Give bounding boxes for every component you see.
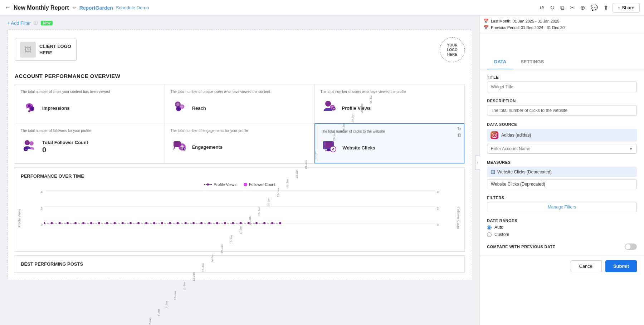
redo-button[interactable]: ↻: [548, 3, 556, 13]
auto-label[interactable]: Auto: [494, 225, 503, 230]
data-source-row[interactable]: Adidas (adidas): [487, 129, 637, 142]
x-label-27: 28-Jan: [342, 123, 352, 132]
add-filter-label: + Add Filter: [7, 20, 31, 26]
add-filter-button[interactable]: + Add Filter: [7, 20, 31, 26]
metric-icon-profile-views: [320, 98, 337, 118]
y-label-4-right: 4: [437, 190, 439, 194]
metric-cell-total-follower[interactable]: The total number of followers for your p…: [15, 123, 165, 163]
y-axis-right-label: Follower Count: [457, 207, 460, 229]
report-canvas: 🖼 CLIENT LOGOHERE YOURLOGOHERE ACCOUNT P…: [7, 30, 472, 280]
comment-button[interactable]: 💬: [589, 3, 599, 13]
follower-dot-29: [271, 222, 273, 224]
y-label-0-right: 0: [437, 223, 439, 227]
account-name-input[interactable]: [491, 146, 629, 151]
follower-dot-22: [216, 222, 218, 224]
metric-icon-impressions: [21, 98, 38, 118]
follower-dot-10: [122, 222, 124, 224]
cancel-button[interactable]: Cancel: [571, 260, 601, 272]
submit-button[interactable]: Submit: [605, 260, 637, 272]
compare-section: COMPARE WITH PREVIOUS DATE: [487, 243, 637, 250]
follower-dot-12: [137, 222, 140, 224]
sidebar-toggle[interactable]: ‹: [475, 156, 480, 170]
cell-refresh-btn[interactable]: ↻: [457, 126, 462, 132]
back-button[interactable]: ←: [4, 4, 11, 11]
export-button[interactable]: ⬆: [602, 3, 610, 13]
cell-delete-btn[interactable]: 🗑: [457, 132, 462, 138]
undo-button[interactable]: ↺: [538, 3, 546, 13]
legend-follower-count-label: Follower Count: [249, 182, 275, 187]
follower-dot-20: [200, 222, 203, 224]
x-label-14: 15-Jan: [220, 245, 230, 253]
follower-dot-11: [130, 222, 132, 224]
metric-icon-area-impressions: Impressions: [21, 98, 159, 118]
follower-dot-19: [192, 222, 195, 224]
svg-point-9: [181, 105, 183, 108]
x-label-6: 7-Jan: [149, 317, 159, 325]
x-label-26: 27-Jan: [332, 132, 342, 141]
svg-point-12: [325, 101, 331, 107]
tab-settings[interactable]: SETTINGS: [513, 55, 551, 69]
svg-text:←: ←: [25, 147, 28, 151]
metric-desc-engagements: The total number of engagements for your…: [171, 128, 309, 133]
metric-icon-total-follower: ←: [21, 137, 38, 157]
cut-button[interactable]: ✂: [569, 3, 576, 13]
schedule-demo-link[interactable]: Schedule Demo: [116, 5, 149, 10]
tab-data[interactable]: DATA: [487, 55, 513, 69]
metric-cell-engagements[interactable]: The total number of engagements for your…: [165, 123, 315, 163]
share-button[interactable]: ↑ Share: [613, 3, 640, 13]
metric-label-engagements: Engagements: [192, 144, 223, 150]
metric-cell-profile-views[interactable]: The total number of users who have viewe…: [314, 84, 464, 123]
follower-dot-30: [279, 222, 281, 224]
best-posts-title: BEST PERFORMING POSTS: [21, 261, 459, 267]
x-label-16: 17-Jan: [239, 226, 249, 234]
follower-dot-7: [98, 222, 100, 224]
account-performance-title: ACCOUNT PERFORMANCE OVERVIEW: [15, 73, 465, 79]
follower-dot-15: [161, 222, 163, 224]
manage-filters-button[interactable]: Manage Filters: [487, 202, 637, 212]
share-label: Share: [622, 5, 634, 10]
top-bar-right: ↺ ↻ ⧉ ✂ ⊕ 💬 ⬆ ↑ Share: [538, 3, 640, 13]
metric-icon-reach: [171, 98, 188, 118]
x-label-21: 22-Jan: [286, 179, 296, 188]
x-label-12: 13-Jan: [201, 263, 211, 272]
follower-dot-0: [44, 222, 45, 224]
metric-cell-impressions[interactable]: The total number of times your content h…: [15, 84, 165, 123]
brand-link[interactable]: ReportGarden: [79, 5, 113, 11]
metric-cell-reach[interactable]: The total number of unique users who hav…: [165, 84, 315, 123]
metric-label-total-follower: Total Follower Count: [42, 140, 88, 145]
custom-radio[interactable]: [487, 232, 492, 237]
title-input[interactable]: [487, 82, 637, 92]
follower-dot-1: [51, 222, 53, 224]
duplicate-button[interactable]: ⊕: [579, 3, 586, 13]
report-title: New Monthly Report: [14, 5, 69, 11]
dropdown-arrow-icon: ▼: [629, 147, 633, 151]
edit-icon[interactable]: ✏: [73, 5, 77, 10]
auto-radio[interactable]: [487, 225, 492, 230]
panel-body: TITLE DESCRIPTION DATA SOURCE Adidas (ad…: [480, 69, 644, 256]
cell-actions: ↻ 🗑: [457, 126, 462, 138]
measure-select[interactable]: Website Clicks (Deprecated): [487, 179, 637, 189]
compare-toggle[interactable]: [625, 243, 637, 250]
chart-legend: Profile Views Follower Count: [21, 182, 459, 187]
svg-point-4: [30, 107, 33, 110]
filter-bar: + Add Filter ⓘ New: [7, 20, 472, 26]
date-row-previous-period: 📅 Previous Period: 01 Dec 2024 - 31 Dec …: [483, 24, 640, 31]
x-label-24: 25-Jan: [314, 151, 324, 159]
custom-label[interactable]: Custom: [494, 232, 509, 237]
y-label-2-right: 2: [437, 207, 439, 210]
follower-dot-13: [145, 222, 147, 224]
svg-point-5: [28, 110, 30, 112]
follower-dot-17: [177, 222, 179, 224]
date-ranges-section: DATE RANGES Auto Custom: [487, 218, 637, 237]
x-label-8: 9-Jan: [165, 301, 175, 308]
measure-icon: ⊞: [491, 168, 495, 175]
copy-button[interactable]: ⧉: [559, 3, 566, 13]
legend-profile-views-label: Profile Views: [214, 182, 236, 187]
description-input[interactable]: [487, 105, 637, 116]
legend-follower-count: Follower Count: [244, 182, 275, 187]
client-logo-text: CLIENT LOGOHERE: [39, 43, 71, 56]
y-label-2-left: 2: [41, 207, 43, 210]
title-label: TITLE: [487, 75, 637, 79]
account-select-row[interactable]: ▼: [487, 144, 637, 154]
metrics-grid[interactable]: The total number of times your content h…: [15, 84, 465, 164]
